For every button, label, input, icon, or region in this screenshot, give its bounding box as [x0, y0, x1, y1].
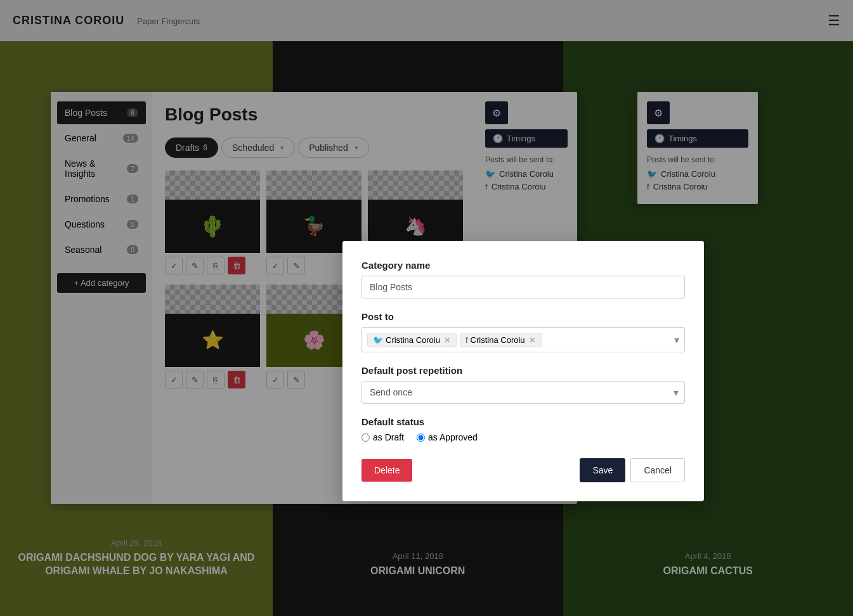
- default-repetition-label: Default post repetition: [361, 365, 685, 376]
- save-button[interactable]: Save: [580, 458, 625, 482]
- cancel-button[interactable]: Cancel: [630, 458, 685, 482]
- remove-facebook-tag[interactable]: ✕: [529, 335, 536, 345]
- post-tag-facebook: f Cristina Coroiu ✕: [460, 333, 542, 347]
- remove-twitter-tag[interactable]: ✕: [444, 335, 451, 345]
- status-draft-radio[interactable]: [361, 433, 370, 442]
- category-name-field: Category name: [361, 260, 685, 298]
- post-tag-twitter: 🐦 Cristina Coroiu ✕: [367, 333, 457, 347]
- tag-twitter-icon: 🐦: [373, 335, 383, 345]
- status-draft-option[interactable]: as Draft: [361, 432, 404, 442]
- modal-footer-right: Save Cancel: [580, 458, 685, 482]
- category-name-label: Category name: [361, 260, 685, 271]
- default-status-field: Default status as Draft as Approved: [361, 416, 685, 442]
- post-to-chevron: ▾: [674, 334, 679, 346]
- repetition-select-wrapper: Send once Repeat daily Repeat weekly ▾: [361, 381, 685, 404]
- modal-footer: Delete Save Cancel: [361, 458, 685, 482]
- default-repetition-field: Default post repetition Send once Repeat…: [361, 365, 685, 404]
- repetition-select[interactable]: Send once Repeat daily Repeat weekly: [361, 381, 685, 404]
- post-to-field: Post to 🐦 Cristina Coroiu ✕ f Cristina C…: [361, 311, 685, 352]
- status-approved-option[interactable]: as Approved: [417, 432, 478, 442]
- status-radio-group: as Draft as Approved: [361, 432, 685, 442]
- status-approved-radio[interactable]: [417, 433, 425, 442]
- category-settings-modal: Category name Post to 🐦 Cristina Coroiu …: [342, 241, 704, 501]
- default-status-label: Default status: [361, 416, 685, 427]
- delete-button[interactable]: Delete: [361, 459, 412, 482]
- post-to-label: Post to: [361, 311, 685, 322]
- post-to-container[interactable]: 🐦 Cristina Coroiu ✕ f Cristina Coroiu ✕ …: [361, 327, 685, 352]
- category-name-input[interactable]: [361, 276, 685, 298]
- tag-facebook-icon: f: [466, 335, 468, 345]
